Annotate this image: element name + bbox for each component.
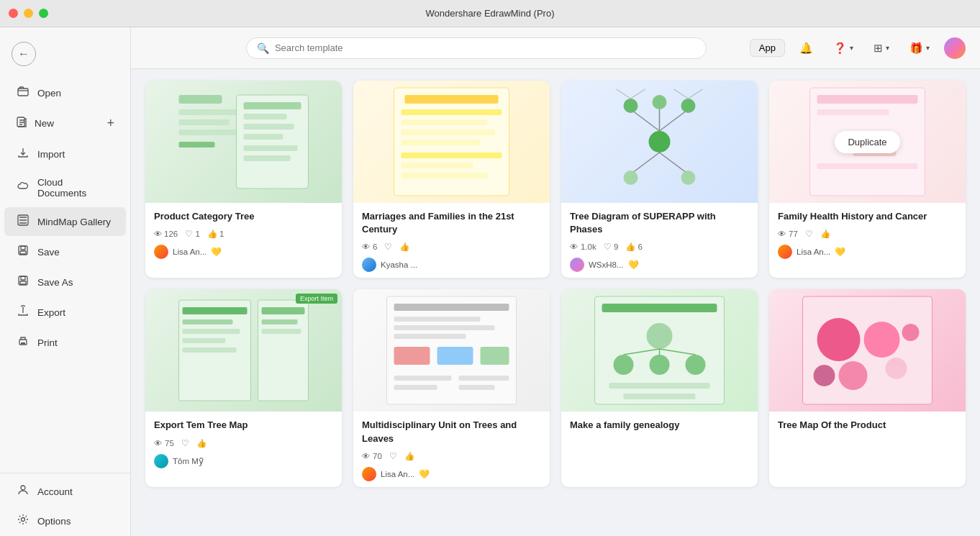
minimize-button[interactable] [24,9,33,18]
card-multidisciplinary-unit[interactable]: Multidisciplinary Unit on Trees and Leav… [353,289,550,486]
views-stat: 👁 77 [778,230,798,238]
card-author: Lisa An... 💛 [778,245,957,259]
gold-badge: 💛 [835,247,845,257]
svg-line-36 [660,109,689,131]
sidebar-item-mindmap[interactable]: MindMap Gallery [4,207,126,236]
card-marriages-families[interactable]: Marriages and Families in the 21st Centu… [353,81,550,278]
sidebar-print-label: Print [37,337,58,348]
views-stat: 👁 6 [362,242,377,251]
sidebar-item-import[interactable]: Import [4,140,126,168]
svg-rect-24 [244,155,291,161]
likes-stat: ♡ [181,438,189,448]
card-tree-diagram-superapp[interactable]: Tree Diagram of SUPERAPP with Phases 👁 1… [561,81,758,278]
print-icon [16,335,30,350]
card-stats: 👁 6 ♡ 👍 [362,242,541,252]
card-thumb [353,81,550,203]
search-icon: 🔍 [257,42,269,54]
author-name: WSxH8... [589,260,624,269]
card-family-health-history[interactable]: ♡ Duplicate Family Health History and Ca… [769,81,966,278]
search-input[interactable] [275,42,696,53]
svg-rect-88 [609,383,710,389]
back-button[interactable]: ← [12,42,36,66]
svg-point-91 [817,318,861,361]
svg-point-81 [647,323,673,349]
svg-rect-70 [394,325,495,330]
svg-rect-71 [394,334,466,339]
duplicate-button[interactable]: Duplicate [835,131,899,153]
likes-stat: ♡ [384,242,392,252]
sidebar: ← Open New + Import [0,27,131,536]
sidebar-item-open[interactable]: Open [4,78,126,107]
svg-rect-14 [179,109,237,115]
sidebar-item-print[interactable]: Print [4,328,126,357]
likes-stat: ♡ 9 [604,242,619,252]
card-stats: 👁 126 ♡ 1 👍 1 [154,229,333,239]
svg-rect-80 [602,304,717,312]
open-icon [16,86,30,100]
help-button[interactable]: ❓ ▾ [827,39,859,58]
svg-rect-29 [401,130,495,135]
card-body: Tree Diagram of SUPERAPP with Phases 👁 1… [561,203,758,278]
gift-chevron: ▾ [926,44,930,52]
sidebar-back-section: ← [0,35,130,78]
eye-icon: 👁 [362,452,371,460]
sidebar-item-save[interactable]: Save [4,237,126,266]
app-button[interactable]: App [750,39,785,57]
sidebar-item-new[interactable]: New + [4,109,126,138]
card-export-tem-tree-map[interactable]: Export Item Export Tem Tree Map 👁 75 ♡ 👍… [145,289,342,486]
svg-rect-60 [183,319,233,324]
thumbsup-stat: 👍 [196,438,207,448]
views-stat: 👁 75 [154,439,174,448]
duplicate-overlay: Duplicate [769,81,966,203]
sidebar-account-label: Account [37,486,73,497]
user-avatar[interactable] [944,37,966,59]
help-chevron: ▾ [850,44,853,52]
app-title: Wondershare EdrawMind (Pro) [426,8,555,19]
sidebar-mindmap-label: MindMap Gallery [37,217,111,227]
card-make-family-genealogy[interactable]: Make a family genealogy [561,289,758,486]
svg-line-47 [674,89,689,99]
thumbsup-stat: 👍 [399,242,409,252]
close-button[interactable] [9,9,18,18]
grid-button[interactable]: ⊞ ▾ [868,39,895,58]
import-icon [16,147,30,161]
bell-button[interactable]: 🔔 [794,39,819,58]
card-stats: 👁 1.0k ♡ 9 👍 6 [570,242,749,252]
card-title: Product Category Tree [154,210,333,223]
svg-point-43 [624,171,638,185]
card-body: Product Category Tree 👁 126 ♡ 1 👍 1 Lisa… [145,203,342,265]
svg-rect-65 [262,319,298,324]
new-icon [16,117,27,130]
gift-button[interactable]: 🎁 ▾ [904,39,935,58]
maximize-button[interactable] [39,9,48,18]
sidebar-item-export[interactable]: Export [4,298,126,327]
svg-rect-16 [179,130,244,135]
card-body: Tree Map Of the Product [769,412,966,443]
card-product-category-tree[interactable]: Product Category Tree 👁 126 ♡ 1 👍 1 Lisa… [145,81,342,278]
sidebar-item-save-as[interactable]: Save As [4,268,126,296]
titlebar: Wondershare EdrawMind (Pro) [0,0,980,27]
sidebar-item-options[interactable]: Options [4,507,126,535]
thumbsup-stat: 👍 [820,229,830,239]
sidebar-save-label: Save [37,247,60,258]
svg-rect-10 [21,342,25,344]
svg-rect-33 [401,173,488,178]
window-controls [9,9,48,18]
grid-chevron: ▾ [886,44,889,52]
svg-rect-27 [401,109,502,115]
svg-rect-32 [401,163,473,168]
card-tree-map-product[interactable]: Tree Map Of the Product [769,289,966,486]
svg-rect-75 [394,376,452,381]
toolbar-right: App 🔔 ❓ ▾ ⊞ ▾ 🎁 ▾ [750,37,966,59]
sidebar-item-account[interactable]: Account [4,477,126,506]
svg-rect-66 [262,329,301,334]
svg-rect-4 [21,246,25,250]
svg-rect-63 [183,348,237,353]
toolbar: 🔍 App 🔔 ❓ ▾ ⊞ ▾ 🎁 ▾ [131,27,980,69]
svg-rect-74 [481,347,509,365]
author-avatar [778,245,792,259]
sidebar-item-cloud[interactable]: Cloud Documents [4,170,126,206]
svg-rect-19 [244,102,301,109]
svg-rect-26 [405,95,499,104]
svg-rect-23 [244,145,298,151]
